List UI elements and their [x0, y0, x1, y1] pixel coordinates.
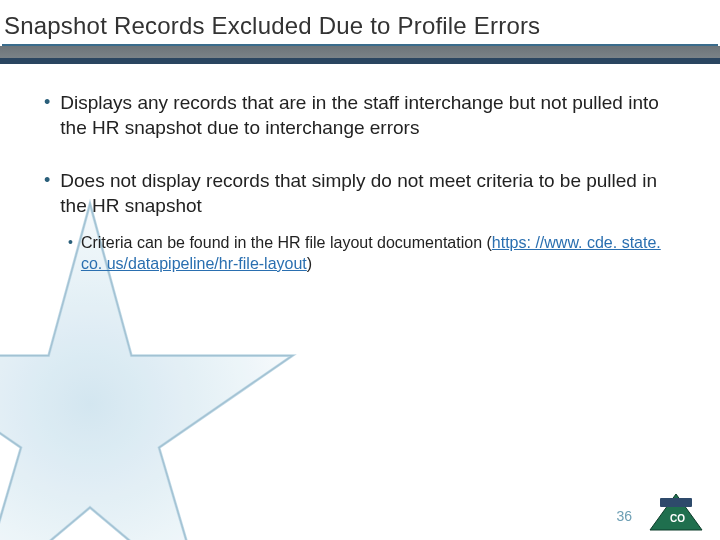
header-grey-band	[0, 46, 720, 58]
bullet-dot-icon: •	[44, 168, 50, 218]
slide: Snapshot Records Excluded Due to Profile…	[0, 0, 720, 540]
bullet-text: Does not display records that simply do …	[60, 168, 676, 218]
sub-bullet-suffix: )	[307, 255, 312, 272]
slide-title: Snapshot Records Excluded Due to Profile…	[4, 12, 540, 40]
slide-content: • Displays any records that are in the s…	[44, 90, 676, 298]
bullet-dot-icon: •	[44, 90, 50, 140]
bullet-dot-icon: •	[68, 232, 73, 274]
page-number: 36	[616, 508, 632, 524]
bullet-text: Displays any records that are in the sta…	[60, 90, 676, 140]
svg-rect-4	[660, 498, 692, 507]
bullet-level2: • Criteria can be found in the HR file l…	[68, 232, 676, 274]
co-logo: CO	[648, 492, 704, 532]
bullet-level1: • Displays any records that are in the s…	[44, 90, 676, 140]
bullet-level1: • Does not display records that simply d…	[44, 168, 676, 218]
logo-text: CO	[670, 513, 685, 524]
bullet-text: Criteria can be found in the HR file lay…	[81, 232, 676, 274]
header-blue-band	[0, 58, 720, 64]
slide-header: Snapshot Records Excluded Due to Profile…	[0, 0, 720, 64]
sub-bullet-prefix: Criteria can be found in the HR file lay…	[81, 234, 492, 251]
